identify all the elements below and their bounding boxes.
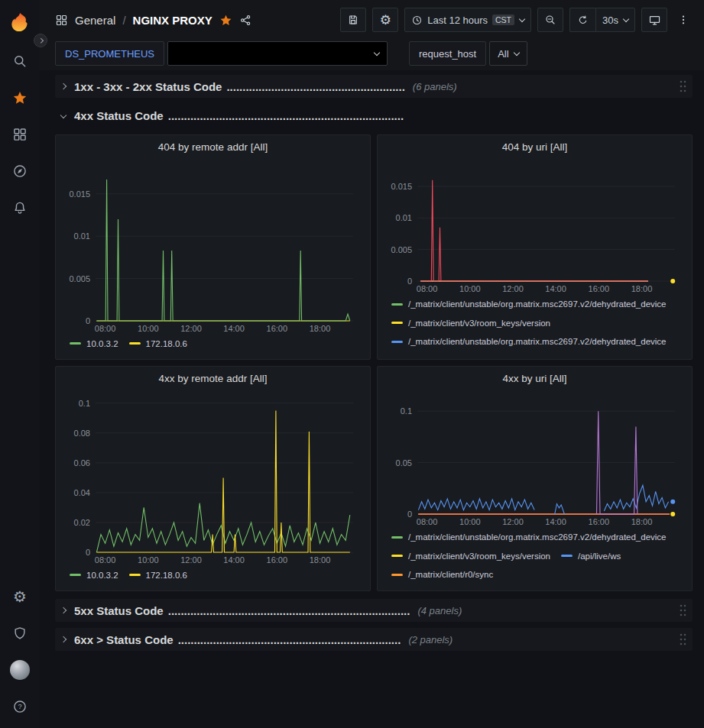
breadcrumb-dashboard-title[interactable]: NGINX PROXY <box>133 14 212 27</box>
legend-item[interactable]: /_matrix/client/v3/room_keys/version <box>391 354 550 354</box>
refresh-button[interactable] <box>569 8 595 32</box>
panel-4xx-by-uri: 4xx by uri [All] 00.050.108:0010:0012:00… <box>377 366 693 591</box>
server-admin-shield-icon[interactable] <box>0 615 40 652</box>
panel-title[interactable]: 4xx by remote addr [All] <box>65 373 361 388</box>
legend-item[interactable]: /_matrix/client/r0/sync <box>391 568 493 581</box>
legend-item[interactable]: /sw.js <box>561 354 599 354</box>
breadcrumb-folder[interactable]: General <box>75 14 115 27</box>
svg-text:16:00: 16:00 <box>267 555 288 565</box>
row-5xx-status-code[interactable]: 5xx Status Code ........................… <box>55 599 693 622</box>
chevron-down-icon <box>60 112 67 118</box>
dashboard-canvas: 1xx - 3xx - 2xx Status Code ............… <box>40 70 704 728</box>
chart-legend: /_matrix/client/unstable/org.matrix.msc2… <box>387 529 683 586</box>
legend-swatch <box>561 555 573 557</box>
user-avatar[interactable] <box>0 652 40 688</box>
more-options-kebab-icon[interactable] <box>673 8 693 32</box>
breadcrumb: General / NGINX PROXY <box>55 14 252 27</box>
save-dashboard-button[interactable] <box>340 8 366 32</box>
row-drag-handle-icon[interactable] <box>679 633 686 646</box>
svg-text:10:00: 10:00 <box>138 324 159 333</box>
legend-label: /_matrix/client/v3/room_keys/version <box>408 319 550 328</box>
svg-text:0.05: 0.05 <box>396 458 412 467</box>
cycle-view-monitor-icon[interactable] <box>641 8 667 32</box>
zoom-out-button[interactable] <box>537 8 563 32</box>
dashboards-grid-icon[interactable] <box>0 116 40 153</box>
variable-label-datasource[interactable]: DS_PROMETHEUS <box>55 41 164 66</box>
chevron-down-icon <box>374 49 380 55</box>
legend-item[interactable]: 172.18.0.6 <box>129 337 187 351</box>
panel-title[interactable]: 4xx by uri [All] <box>387 373 683 388</box>
svg-text:18:00: 18:00 <box>631 284 653 293</box>
chevron-right-icon <box>60 607 67 613</box>
legend-item[interactable]: /_matrix/client/unstable/org.matrix.msc2… <box>391 297 667 311</box>
chevron-right-icon <box>38 38 43 43</box>
variable-select-datasource[interactable] <box>167 41 388 66</box>
variable-label-request-host[interactable]: request_host <box>409 41 486 66</box>
row-drag-handle-icon[interactable] <box>679 79 686 93</box>
svg-text:0.015: 0.015 <box>391 182 412 191</box>
svg-text:08:00: 08:00 <box>417 517 438 526</box>
refresh-interval-dropdown[interactable]: 30s <box>595 8 635 32</box>
legend-swatch <box>391 555 403 557</box>
chart-legend: 10.0.3.2172.18.0.6 <box>65 335 361 354</box>
help-icon[interactable]: ? <box>0 688 40 725</box>
legend-item[interactable]: /_matrix/client/unstable/org.matrix.msc2… <box>391 335 667 348</box>
row-4xx-status-code[interactable]: 4xx Status Code ........................… <box>55 104 693 127</box>
legend-item[interactable]: /api/live/ws <box>561 549 621 563</box>
row-title: 4xx Status Code <box>74 109 164 122</box>
panel-404-by-remote-addr: 404 by remote addr [All] 00.0050.010.015… <box>55 134 371 360</box>
chevron-down-icon <box>519 15 525 21</box>
legend-item[interactable]: 10.0.3.2 <box>70 337 118 351</box>
legend-item[interactable]: /_matrix/client/unstable/org.matrix.msc2… <box>391 530 667 544</box>
legend-swatch <box>391 574 403 576</box>
svg-text:?: ? <box>18 703 21 710</box>
legend-swatch <box>129 574 141 576</box>
svg-text:0.1: 0.1 <box>401 406 412 416</box>
main-area: General / NGINX PROXY ⚙ Last 12 hours <box>40 0 704 728</box>
panel-4xx-by-remote-addr: 4xx by remote addr [All] 00.020.040.060.… <box>55 366 371 591</box>
row-1xx-3xx-2xx-status-code[interactable]: 1xx - 3xx - 2xx Status Code ............… <box>55 75 693 98</box>
starred-dashboards-icon[interactable] <box>0 79 40 116</box>
search-icon[interactable] <box>0 43 40 79</box>
favorite-star-icon[interactable] <box>219 14 232 27</box>
row-leader-dots: ........................................… <box>226 80 404 93</box>
time-series-chart[interactable]: 00.020.040.060.080.108:0010:0012:0014:00… <box>65 390 361 567</box>
svg-text:0.06: 0.06 <box>74 458 90 468</box>
share-icon[interactable] <box>239 14 252 27</box>
svg-text:14:00: 14:00 <box>223 324 245 333</box>
apps-grid-icon[interactable] <box>55 14 68 27</box>
time-range-picker[interactable]: Last 12 hours CST <box>404 8 531 32</box>
time-series-chart[interactable]: 00.0050.010.01508:0010:0012:0014:0016:00… <box>387 158 683 296</box>
settings-gear-icon[interactable]: ⚙ <box>0 578 40 615</box>
svg-text:10:00: 10:00 <box>459 284 481 293</box>
panel-title[interactable]: 404 by uri [All] <box>387 141 683 157</box>
svg-text:14:00: 14:00 <box>223 555 245 565</box>
legend-item[interactable]: 10.0.3.2 <box>70 568 118 582</box>
legend-item[interactable]: 172.18.0.6 <box>129 568 187 582</box>
legend-label: 10.0.3.2 <box>86 339 118 348</box>
legend-item[interactable]: /_matrix/client/v3/room_keys/version <box>391 549 550 563</box>
time-series-chart[interactable]: 00.050.108:0010:0012:0014:0016:0018:00 <box>387 390 683 529</box>
row-drag-handle-icon[interactable] <box>679 603 686 617</box>
time-series-chart[interactable]: 00.0050.010.01508:0010:0012:0014:0016:00… <box>65 158 361 335</box>
variable-select-request-host[interactable]: All <box>489 41 527 66</box>
breadcrumb-separator: / <box>122 14 125 27</box>
legend-item[interactable]: /_matrix/client/v3/room_keys/version <box>391 316 550 330</box>
sidebar-expand-button[interactable] <box>34 34 47 47</box>
chart-legend: 10.0.3.2172.18.0.6 <box>65 566 361 586</box>
svg-text:0.02: 0.02 <box>74 518 90 527</box>
svg-text:08:00: 08:00 <box>95 555 116 565</box>
row-leader-dots: ........................................… <box>178 633 401 646</box>
explore-compass-icon[interactable] <box>0 153 40 189</box>
svg-text:08:00: 08:00 <box>417 284 438 293</box>
row-6xx-status-code[interactable]: 6xx > Status Code ......................… <box>55 628 693 651</box>
variable-value-request-host: All <box>498 48 508 60</box>
legend-label: 172.18.0.6 <box>146 571 187 580</box>
panel-title[interactable]: 404 by remote addr [All] <box>65 141 361 157</box>
alerting-bell-icon[interactable] <box>0 189 40 226</box>
svg-text:16:00: 16:00 <box>589 517 610 526</box>
svg-text:0.08: 0.08 <box>74 429 90 438</box>
panel-404-by-uri: 404 by uri [All] 00.0050.010.01508:0010:… <box>377 134 693 360</box>
dashboard-settings-gear-icon[interactable]: ⚙ <box>372 8 398 32</box>
svg-text:0.01: 0.01 <box>74 231 90 241</box>
